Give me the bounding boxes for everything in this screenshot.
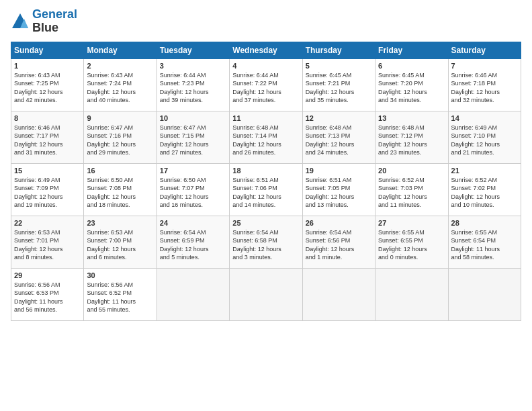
day-info: Sunrise: 6:51 AM Sunset: 7:06 PM Dayligh… — [232, 176, 299, 210]
logo-text: General Blue — [32, 8, 77, 35]
calendar-cell — [448, 268, 521, 320]
day-info: Sunrise: 6:53 AM Sunset: 7:00 PM Dayligh… — [87, 228, 153, 262]
day-info: Sunrise: 6:49 AM Sunset: 7:10 PM Dayligh… — [451, 124, 518, 157]
day-info: Sunrise: 6:56 AM Sunset: 6:52 PM Dayligh… — [87, 281, 153, 314]
day-info: Sunrise: 6:55 AM Sunset: 6:54 PM Dayligh… — [451, 228, 518, 262]
calendar-header-thursday: Thursday — [302, 42, 375, 58]
day-number: 17 — [160, 167, 226, 175]
calendar-header-friday: Friday — [375, 42, 448, 58]
calendar-cell — [302, 268, 375, 320]
day-number: 19 — [306, 167, 372, 175]
day-number: 18 — [232, 167, 299, 175]
day-number: 25 — [232, 219, 299, 227]
calendar-cell: 4Sunrise: 6:44 AM Sunset: 7:22 PM Daylig… — [230, 58, 302, 111]
day-number: 20 — [378, 167, 445, 175]
day-number: 13 — [378, 114, 445, 122]
calendar-cell: 15Sunrise: 6:49 AM Sunset: 7:09 PM Dayli… — [11, 163, 84, 216]
day-number: 15 — [14, 167, 81, 175]
calendar-cell: 2Sunrise: 6:43 AM Sunset: 7:24 PM Daylig… — [84, 58, 157, 111]
day-number: 5 — [306, 62, 372, 70]
calendar-header-monday: Monday — [84, 42, 157, 58]
day-info: Sunrise: 6:46 AM Sunset: 7:18 PM Dayligh… — [451, 71, 518, 105]
day-info: Sunrise: 6:54 AM Sunset: 6:59 PM Dayligh… — [160, 228, 226, 262]
calendar-week-3: 15Sunrise: 6:49 AM Sunset: 7:09 PM Dayli… — [11, 163, 521, 216]
calendar-cell: 20Sunrise: 6:52 AM Sunset: 7:03 PM Dayli… — [375, 163, 448, 216]
day-info: Sunrise: 6:43 AM Sunset: 7:25 PM Dayligh… — [14, 71, 81, 105]
day-info: Sunrise: 6:48 AM Sunset: 7:13 PM Dayligh… — [306, 124, 372, 157]
calendar-cell: 1Sunrise: 6:43 AM Sunset: 7:25 PM Daylig… — [11, 58, 84, 111]
calendar-cell: 27Sunrise: 6:55 AM Sunset: 6:55 PM Dayli… — [375, 216, 448, 268]
day-info: Sunrise: 6:47 AM Sunset: 7:15 PM Dayligh… — [160, 124, 226, 157]
day-info: Sunrise: 6:50 AM Sunset: 7:08 PM Dayligh… — [87, 176, 153, 210]
calendar-cell: 23Sunrise: 6:53 AM Sunset: 7:00 PM Dayli… — [84, 216, 157, 268]
calendar-cell: 22Sunrise: 6:53 AM Sunset: 7:01 PM Dayli… — [11, 216, 84, 268]
day-info: Sunrise: 6:48 AM Sunset: 7:14 PM Dayligh… — [232, 124, 299, 157]
day-info: Sunrise: 6:55 AM Sunset: 6:55 PM Dayligh… — [378, 228, 445, 262]
day-info: Sunrise: 6:47 AM Sunset: 7:16 PM Dayligh… — [87, 124, 153, 157]
day-number: 22 — [14, 219, 81, 227]
calendar-cell: 30Sunrise: 6:56 AM Sunset: 6:52 PM Dayli… — [84, 268, 157, 320]
day-info: Sunrise: 6:54 AM Sunset: 6:56 PM Dayligh… — [306, 228, 372, 262]
day-number: 8 — [14, 114, 81, 122]
day-info: Sunrise: 6:54 AM Sunset: 6:58 PM Dayligh… — [232, 228, 299, 262]
day-number: 16 — [87, 167, 153, 175]
calendar-cell: 7Sunrise: 6:46 AM Sunset: 7:18 PM Daylig… — [448, 58, 521, 111]
calendar-cell: 3Sunrise: 6:44 AM Sunset: 7:23 PM Daylig… — [157, 58, 229, 111]
calendar-cell: 25Sunrise: 6:54 AM Sunset: 6:58 PM Dayli… — [230, 216, 302, 268]
calendar-cell: 5Sunrise: 6:45 AM Sunset: 7:21 PM Daylig… — [302, 58, 375, 111]
day-number: 6 — [378, 62, 445, 70]
day-number: 24 — [160, 219, 226, 227]
page-container: General Blue SundayMondayTuesdayWednesda… — [0, 0, 532, 329]
header: General Blue — [11, 8, 521, 35]
calendar-cell: 6Sunrise: 6:45 AM Sunset: 7:20 PM Daylig… — [375, 58, 448, 111]
day-number: 9 — [87, 114, 153, 122]
day-info: Sunrise: 6:45 AM Sunset: 7:21 PM Dayligh… — [306, 71, 372, 105]
day-number: 23 — [87, 219, 153, 227]
calendar-header-wednesday: Wednesday — [230, 42, 302, 58]
calendar-cell: 24Sunrise: 6:54 AM Sunset: 6:59 PM Dayli… — [157, 216, 229, 268]
calendar-cell: 21Sunrise: 6:52 AM Sunset: 7:02 PM Dayli… — [448, 163, 521, 216]
calendar-cell: 8Sunrise: 6:46 AM Sunset: 7:17 PM Daylig… — [11, 111, 84, 163]
calendar-cell: 18Sunrise: 6:51 AM Sunset: 7:06 PM Dayli… — [230, 163, 302, 216]
day-number: 2 — [87, 62, 153, 70]
calendar-week-2: 8Sunrise: 6:46 AM Sunset: 7:17 PM Daylig… — [11, 111, 521, 163]
day-number: 12 — [306, 114, 372, 122]
calendar-table: SundayMondayTuesdayWednesdayThursdayFrid… — [11, 42, 521, 321]
calendar-cell: 9Sunrise: 6:47 AM Sunset: 7:16 PM Daylig… — [84, 111, 157, 163]
calendar-week-4: 22Sunrise: 6:53 AM Sunset: 7:01 PM Dayli… — [11, 216, 521, 268]
day-number: 26 — [306, 219, 372, 227]
calendar-header-sunday: Sunday — [11, 42, 84, 58]
day-info: Sunrise: 6:51 AM Sunset: 7:05 PM Dayligh… — [306, 176, 372, 210]
calendar-body: 1Sunrise: 6:43 AM Sunset: 7:25 PM Daylig… — [11, 58, 521, 320]
calendar-cell — [375, 268, 448, 320]
day-number: 29 — [14, 271, 81, 279]
calendar-cell: 13Sunrise: 6:48 AM Sunset: 7:12 PM Dayli… — [375, 111, 448, 163]
calendar-week-5: 29Sunrise: 6:56 AM Sunset: 6:53 PM Dayli… — [11, 268, 521, 320]
day-number: 30 — [87, 271, 153, 279]
calendar-cell: 17Sunrise: 6:50 AM Sunset: 7:07 PM Dayli… — [157, 163, 229, 216]
calendar-header-tuesday: Tuesday — [157, 42, 229, 58]
calendar-cell: 16Sunrise: 6:50 AM Sunset: 7:08 PM Dayli… — [84, 163, 157, 216]
calendar-cell: 11Sunrise: 6:48 AM Sunset: 7:14 PM Dayli… — [230, 111, 302, 163]
day-info: Sunrise: 6:56 AM Sunset: 6:53 PM Dayligh… — [14, 281, 81, 314]
day-info: Sunrise: 6:45 AM Sunset: 7:20 PM Dayligh… — [378, 71, 445, 105]
calendar-week-1: 1Sunrise: 6:43 AM Sunset: 7:25 PM Daylig… — [11, 58, 521, 111]
calendar-cell: 26Sunrise: 6:54 AM Sunset: 6:56 PM Dayli… — [302, 216, 375, 268]
day-number: 14 — [451, 114, 518, 122]
calendar-cell: 19Sunrise: 6:51 AM Sunset: 7:05 PM Dayli… — [302, 163, 375, 216]
day-number: 27 — [378, 219, 445, 227]
day-info: Sunrise: 6:49 AM Sunset: 7:09 PM Dayligh… — [14, 176, 81, 210]
day-number: 21 — [451, 167, 518, 175]
day-info: Sunrise: 6:50 AM Sunset: 7:07 PM Dayligh… — [160, 176, 226, 210]
day-info: Sunrise: 6:44 AM Sunset: 7:22 PM Dayligh… — [232, 71, 299, 105]
day-info: Sunrise: 6:53 AM Sunset: 7:01 PM Dayligh… — [14, 228, 81, 262]
day-number: 10 — [160, 114, 226, 122]
calendar-header-row: SundayMondayTuesdayWednesdayThursdayFrid… — [11, 42, 521, 58]
calendar-cell: 12Sunrise: 6:48 AM Sunset: 7:13 PM Dayli… — [302, 111, 375, 163]
day-info: Sunrise: 6:52 AM Sunset: 7:02 PM Dayligh… — [451, 176, 518, 210]
day-number: 1 — [14, 62, 81, 70]
day-number: 4 — [232, 62, 299, 70]
logo: General Blue — [11, 8, 77, 35]
calendar-header-saturday: Saturday — [448, 42, 521, 58]
calendar-cell: 29Sunrise: 6:56 AM Sunset: 6:53 PM Dayli… — [11, 268, 84, 320]
